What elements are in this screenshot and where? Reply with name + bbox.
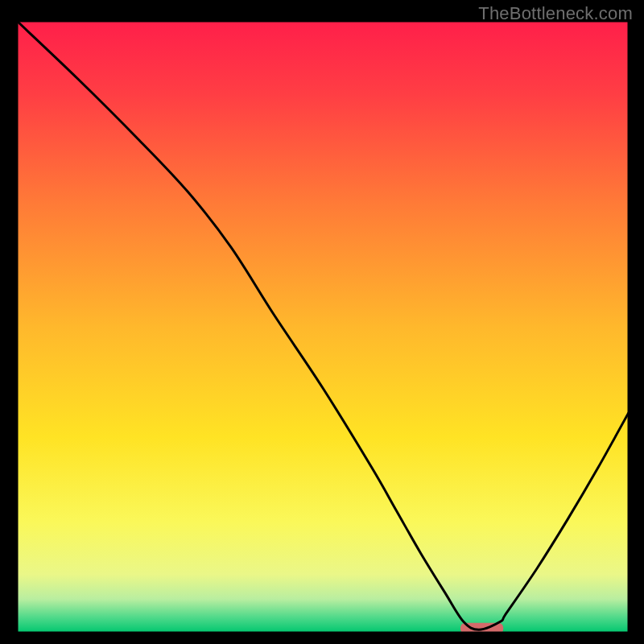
plot-area: [17, 21, 629, 633]
heat-curve-chart: [17, 21, 629, 633]
gradient-background: [17, 21, 629, 633]
watermark-text: TheBottleneck.com: [478, 3, 633, 24]
chart-frame: TheBottleneck.com: [0, 0, 644, 644]
